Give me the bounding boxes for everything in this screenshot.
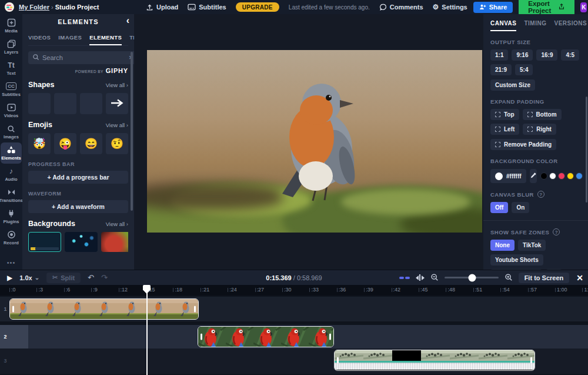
tab-tem[interactable]: TEM [129,34,134,45]
add-progress-bar-button[interactable]: + Add a progress bar [28,171,128,184]
background-thumb[interactable] [101,232,128,252]
timeline-ruler[interactable]: :0:3:6:9:12:15:18:21:24:27:30:33:36:39:4… [0,285,588,296]
video-preview[interactable] [147,50,482,233]
tab-versions[interactable]: VERSIONS [554,20,587,31]
sidebar-item-record[interactable]: Record [0,227,22,248]
track-height-icon[interactable] [416,274,425,281]
emoji-tile[interactable]: 🤯 [28,133,51,154]
output-size-21x9[interactable]: 21:9 [490,64,512,75]
trim-handle-right[interactable] [329,334,331,340]
trim-handle-left[interactable] [12,306,14,313]
safe-zone-none[interactable]: None [490,240,514,251]
breadcrumb-folder-link[interactable]: My Folder [19,4,49,11]
padding-right-button[interactable]: Right [523,124,556,135]
video-clip-robin[interactable] [9,298,199,320]
help-icon[interactable]: ? [553,228,560,235]
background-thumb[interactable] [28,232,61,252]
color-swatch[interactable] [567,172,574,180]
collapse-panel-icon[interactable]: ‹ [126,16,129,25]
tab-canvas[interactable]: CANVAS [490,20,516,31]
zoom-slider-knob[interactable] [469,274,476,281]
subtitles-button[interactable]: Subtitles [188,4,226,11]
kapwing-logo-icon[interactable] [5,2,14,12]
trim-handle-right[interactable] [194,306,196,313]
upload-button[interactable]: Upload [146,4,178,11]
play-button[interactable]: ▶ [7,274,12,282]
inspector-scrollbar[interactable] [586,97,587,203]
panel-scrollbar[interactable] [131,52,133,211]
sidebar-item-media[interactable]: Media [0,15,22,36]
user-avatar[interactable]: K [580,2,587,12]
video-clip-with-audio[interactable] [334,350,535,371]
output-size-4x5[interactable]: 4:5 [561,49,579,61]
emoji-tile[interactable]: 🤨 [106,133,128,154]
background-color-value-button[interactable]: #ffffff [490,169,526,183]
custom-size-button[interactable]: Custom Size [490,79,535,91]
upgrade-button[interactable]: UPGRADE [236,2,279,12]
playback-speed-dropdown[interactable]: 1.0x ⌄ [19,274,39,281]
sidebar-item-layers[interactable]: Layers [0,36,22,58]
emojis-view-all-link[interactable]: View all › [106,122,128,128]
sidebar-more-button[interactable]: ••• [0,255,22,270]
safe-zone-youtube-shorts[interactable]: Youtube Shorts [490,254,543,266]
shape-tile-line[interactable] [80,93,102,114]
tab-images[interactable]: IMAGES [58,34,82,45]
tab-videos[interactable]: VIDEOS [28,34,51,45]
timeline-zoom-slider[interactable] [445,277,499,278]
shapes-view-all-link[interactable]: View all › [106,82,128,88]
padding-left-button[interactable]: Left [490,124,519,135]
remove-padding-button[interactable]: Remove Padding [490,139,556,150]
sidebar-item-videos[interactable]: Videos [0,100,22,121]
export-project-button[interactable]: Export Project [519,0,574,16]
sidebar-item-transitions[interactable]: Transitions [0,185,22,206]
trim-handle-left[interactable] [201,334,202,340]
comments-button[interactable]: Comments [379,4,423,11]
trim-handle-right[interactable] [530,357,532,364]
emoji-tile[interactable]: 😄 [80,133,102,154]
color-swatch[interactable] [549,172,556,180]
padding-top-button[interactable]: Top [490,109,519,120]
sidebar-item-subtitles[interactable]: CCSubtitles [0,79,22,100]
trim-handle-left[interactable] [337,357,339,364]
padding-bottom-button[interactable]: Bottom [523,109,562,120]
shape-tile-circle[interactable] [54,93,76,114]
close-icon[interactable]: ✕ [576,273,583,283]
background-thumb[interactable] [65,232,98,252]
help-icon[interactable]: ? [537,191,544,198]
output-size-9x16[interactable]: 9:16 [512,49,533,61]
output-size-5x4[interactable]: 5:4 [515,64,533,75]
color-swatch[interactable] [576,172,583,180]
sidebar-item-images[interactable]: Images [0,121,22,142]
color-swatch[interactable] [558,172,565,180]
zoom-out-icon[interactable] [430,273,439,283]
sidebar-item-text[interactable]: TtText [0,58,22,79]
backgrounds-view-all-link[interactable]: View all › [106,221,128,227]
sidebar-item-elements[interactable]: Elements [1,142,22,164]
shape-tile-arrow[interactable] [106,93,128,114]
playhead-line[interactable] [146,285,148,375]
zoom-in-icon[interactable] [505,273,513,283]
shape-tile-square[interactable] [28,93,51,114]
color-swatch[interactable] [540,172,547,180]
canvas-blur-on[interactable]: On [512,202,529,213]
sidebar-item-audio[interactable]: ♪Audio [0,164,22,185]
output-size-16x9[interactable]: 16:9 [536,49,557,61]
sidebar-item-plugins[interactable]: Plugins [0,206,22,227]
split-button[interactable]: ✂ Split [46,273,81,283]
tab-timing[interactable]: TIMING [524,20,546,31]
eyedropper-button[interactable] [530,169,537,183]
snap-toggle-icon[interactable] [399,277,410,279]
share-button[interactable]: Share [473,2,513,13]
canvas-blur-off[interactable]: Off [490,202,508,213]
add-waveform-button[interactable]: + Add a waveform [28,200,128,213]
tab-elements[interactable]: ELEMENTS [89,34,122,45]
emoji-tile[interactable]: 😜 [54,133,76,154]
video-clip-parrot[interactable] [198,326,334,347]
output-size-1x1[interactable]: 1:1 [490,49,508,61]
search-box[interactable]: × [28,51,134,64]
search-input[interactable] [42,54,126,61]
safe-zone-tiktok[interactable]: TikTok [518,240,546,251]
redo-button[interactable]: ↷ [101,273,108,282]
undo-button[interactable]: ↶ [88,273,94,282]
fit-to-screen-button[interactable]: Fit to Screen [519,273,570,283]
